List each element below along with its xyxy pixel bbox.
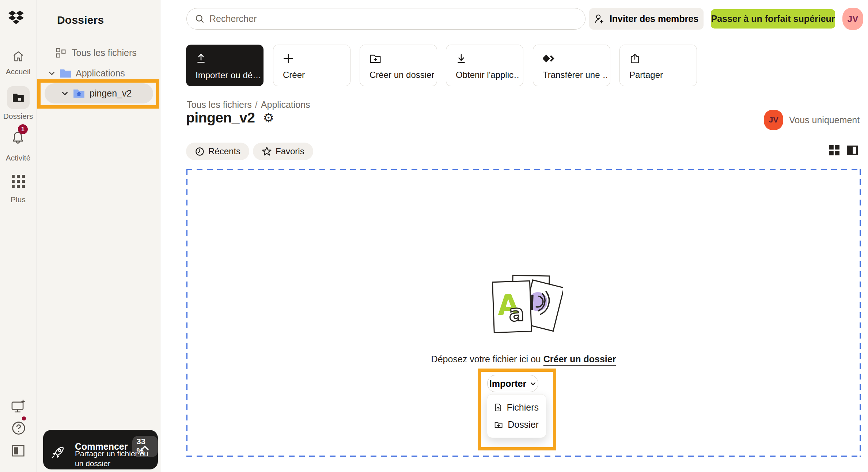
tree-item-applications[interactable]: Applications xyxy=(48,68,125,79)
panel-title: Dossiers xyxy=(57,14,104,26)
annotation-box-import xyxy=(478,369,556,450)
member-avatar[interactable]: JV xyxy=(764,110,783,130)
chevron-down-icon[interactable] xyxy=(48,71,55,76)
search-input[interactable] xyxy=(209,14,577,24)
collapse-sidebar-icon[interactable] xyxy=(12,445,25,457)
get-app-card[interactable]: Obtenir l'applic… xyxy=(446,45,523,86)
breadcrumb-all-files[interactable]: Tous les fichiers xyxy=(187,99,252,110)
tree-item-label: Tous les fichiers xyxy=(72,48,137,58)
rail-item-activite[interactable]: Activité xyxy=(0,154,36,162)
star-icon xyxy=(262,146,272,156)
title-row: pingen_v2 ⚙ xyxy=(186,110,274,126)
upgrade-button[interactable]: Passer à un forfait supérieur xyxy=(711,9,835,29)
search-bar[interactable] xyxy=(186,8,585,30)
grid-view-icon[interactable] xyxy=(829,145,840,156)
chevron-up-icon[interactable] xyxy=(140,445,149,451)
breadcrumb-separator: / xyxy=(255,99,258,110)
sharing-label: Vous uniquement xyxy=(789,115,860,125)
account-avatar[interactable]: JV xyxy=(842,8,863,30)
share-icon xyxy=(629,53,640,64)
folder-blue-icon xyxy=(59,68,72,79)
annotation-box-pingen xyxy=(37,79,159,109)
clock-icon xyxy=(195,147,205,156)
dropzone-hint-text: Déposez votre fichier ici ou xyxy=(431,354,541,364)
help-notification-dot xyxy=(22,416,26,420)
rail-item-dossiers-label[interactable]: Dossiers xyxy=(0,112,36,121)
upload-icon xyxy=(196,53,206,64)
invite-members-label: Inviter des membres xyxy=(610,14,698,24)
card-label: Partager xyxy=(629,70,663,80)
plus-icon xyxy=(283,53,294,64)
help-icon[interactable] xyxy=(12,421,26,435)
getting-started-panel[interactable]: Commencer 33 % Partager un fichier ou un… xyxy=(43,430,158,469)
install-app-icon[interactable] xyxy=(11,399,26,413)
page-title: pingen_v2 xyxy=(186,110,255,126)
breadcrumb-applications[interactable]: Applications xyxy=(261,99,310,110)
import-or-drop-card[interactable]: Importer ou dé… xyxy=(186,45,264,86)
card-label: Obtenir l'applic… xyxy=(456,70,520,80)
tree-item-label: Applications xyxy=(76,68,125,79)
filter-recents[interactable]: Récents xyxy=(186,143,249,160)
create-folder-card[interactable]: Créer un dossier xyxy=(360,45,437,86)
card-label: Créer un dossier xyxy=(369,70,434,80)
dropzone-hint: Déposez votre fichier ici ou Créer un do… xyxy=(186,354,861,365)
card-label: Créer xyxy=(283,70,305,80)
search-icon xyxy=(195,14,205,24)
card-label: Importer ou dé… xyxy=(196,70,260,80)
folders-panel: Dossiers Tous les fichiers Applications … xyxy=(37,0,160,472)
card-label: Transférer une … xyxy=(543,70,607,80)
rail-item-accueil[interactable]: Accueil xyxy=(0,67,36,76)
rail-item-plus[interactable]: Plus xyxy=(0,195,36,204)
dropbox-logo-icon[interactable] xyxy=(8,10,24,25)
svg-text:a: a xyxy=(508,299,524,326)
rail-item-dossiers-active[interactable] xyxy=(7,86,30,109)
all-files-icon xyxy=(56,48,66,58)
filter-label: Favoris xyxy=(276,146,304,156)
transfer-card[interactable]: Transférer une … xyxy=(533,45,610,86)
folder-plus-icon xyxy=(369,53,381,64)
person-plus-icon xyxy=(594,14,605,24)
breadcrumb: Tous les fichiers / Applications xyxy=(187,99,310,110)
empty-folder-illustration: A a xyxy=(490,273,563,336)
folder-icon xyxy=(12,92,24,103)
sharing-status[interactable]: JV Vous uniquement xyxy=(764,110,860,130)
download-icon xyxy=(456,53,467,64)
view-toggles xyxy=(829,145,858,156)
filter-favorites[interactable]: Favoris xyxy=(253,143,313,160)
tree-item-all-files[interactable]: Tous les fichiers xyxy=(56,48,137,58)
create-card[interactable]: Créer xyxy=(273,45,350,86)
transfer-icon xyxy=(543,53,554,64)
create-folder-link[interactable]: Créer un dossier xyxy=(543,354,616,364)
apps-grid-icon[interactable] xyxy=(12,175,25,188)
share-card[interactable]: Partager xyxy=(619,45,697,86)
left-rail: Accueil Dossiers 1 Activité Plus xyxy=(0,0,37,472)
notification-badge: 1 xyxy=(18,124,28,134)
rocket-icon xyxy=(50,445,65,460)
home-icon[interactable] xyxy=(12,50,24,62)
filter-label: Récents xyxy=(208,146,240,156)
panel-view-icon[interactable] xyxy=(846,145,858,155)
invite-members-button[interactable]: Inviter des membres xyxy=(589,8,704,30)
getting-started-subtitle: Partager un fichier ou un dossier xyxy=(75,449,150,469)
folder-settings-gear-icon[interactable]: ⚙ xyxy=(263,112,274,124)
upgrade-label: Passer à un forfait supérieur xyxy=(711,14,835,24)
